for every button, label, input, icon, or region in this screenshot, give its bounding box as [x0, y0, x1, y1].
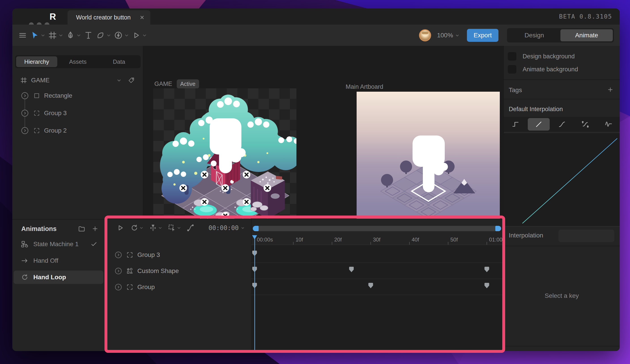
one-shot-icon [21, 257, 28, 265]
tag-icon[interactable] [128, 77, 135, 84]
text-tool-tool[interactable] [84, 31, 93, 40]
tab-data[interactable]: Data [98, 56, 140, 67]
folder-icon[interactable] [78, 225, 86, 233]
timeline-row-names: Group 3Custom ShapeGroup [106, 245, 251, 351]
checkbox[interactable] [508, 52, 516, 61]
remove-tile-badge[interactable] [201, 171, 208, 178]
chevron-down-icon [177, 226, 181, 230]
interp-option-ease[interactable] [551, 118, 573, 131]
timeline-lane-group-3[interactable] [251, 247, 503, 263]
interpolation-curve-button[interactable] [186, 224, 195, 232]
loop-button[interactable] [130, 224, 143, 232]
time-display: 00:00:00 [208, 224, 239, 232]
chevron-down-icon [140, 226, 143, 230]
time-display-dropdown[interactable]: 00:00:00 [208, 219, 244, 237]
autokey-button[interactable] [149, 224, 162, 232]
expand-chevron-icon[interactable] [114, 283, 122, 291]
chevron-down-icon[interactable] [117, 78, 121, 82]
interpolation-row-title: Interpolation [509, 232, 543, 239]
timeline-ruler[interactable]: 00:00s10f20f30f40f50f01:00 [251, 235, 503, 245]
tree-item-group-2[interactable]: Group 2 [12, 125, 143, 136]
tab-hierarchy[interactable]: Hierarchy [16, 56, 57, 67]
inspector-panel: Design backgroundAnimate background Tags… [503, 46, 620, 351]
cubic [581, 120, 589, 128]
file-tab[interactable]: World creator button [68, 10, 150, 24]
play-tool-tool[interactable] [132, 31, 146, 40]
main-artboard-scene[interactable] [356, 92, 500, 226]
timeline-lane-group[interactable] [251, 279, 503, 295]
tree-item-rectangle[interactable]: Rectangle [12, 90, 143, 101]
keyframe-marker[interactable] [484, 283, 489, 289]
animation-item-hand-off[interactable]: Hand Off [14, 254, 103, 267]
timeline-lane-custom-shape[interactable] [251, 263, 503, 279]
timeline-key-lanes[interactable] [251, 245, 503, 351]
timeline-row-group-3[interactable]: Group 3 [106, 247, 251, 263]
marquee-select-button[interactable] [168, 224, 181, 232]
menu-tool[interactable] [18, 31, 27, 40]
expand-chevron-icon[interactable] [21, 109, 29, 117]
text-tool-icon [84, 31, 93, 40]
empty-state-message: Select a key [504, 246, 620, 346]
tab-design[interactable]: Design [508, 29, 560, 41]
marquee-select-icon [168, 224, 176, 232]
timeline-row-custom-shape[interactable]: Custom Shape [106, 263, 251, 279]
add-tag-icon[interactable] [607, 86, 614, 93]
timeline-row-group[interactable]: Group [106, 279, 251, 295]
main-artboard-label[interactable]: Main Artboard [346, 83, 383, 90]
close-icon[interactable] [139, 14, 145, 20]
animation-item-hand-loop[interactable]: Hand Loop [14, 271, 103, 284]
group-icon [33, 127, 40, 134]
artboard-tool-tool[interactable] [48, 31, 63, 40]
interpolation-curve-editor[interactable] [504, 133, 620, 227]
remove-tile-badge[interactable] [201, 198, 208, 206]
checkbox[interactable] [508, 65, 516, 73]
game-artboard-label[interactable]: GAME [154, 80, 172, 87]
interp-option-linear[interactable] [528, 118, 550, 131]
remove-tile-badge[interactable] [243, 171, 250, 178]
interp-option-hold[interactable] [504, 118, 526, 131]
artboard-row-game[interactable]: GAME [12, 74, 143, 86]
add-animation-icon[interactable] [91, 225, 99, 233]
timeline-scrollbar[interactable] [253, 226, 501, 231]
remove-tile-badge[interactable] [264, 184, 271, 192]
expand-chevron-icon[interactable] [21, 92, 29, 100]
version-badge: BETA 0.8.3105 [559, 13, 612, 20]
expand-chevron-icon[interactable] [114, 251, 122, 259]
select-cursor-tool[interactable] [30, 31, 45, 40]
custom-shape-icon [126, 267, 133, 275]
lightning-tool-tool[interactable] [114, 31, 129, 40]
chevron-down-icon [142, 33, 146, 37]
ruler-tick [332, 242, 332, 245]
interpolation-row: Interpolation [504, 227, 620, 246]
interp-option-cubic[interactable] [574, 118, 596, 131]
expand-chevron-icon[interactable] [114, 267, 122, 275]
pen-tool-tool[interactable] [66, 31, 81, 40]
interp-option-elastic[interactable] [598, 118, 620, 131]
keyframe-marker[interactable] [484, 267, 489, 272]
keyframe-marker[interactable] [349, 267, 354, 272]
tab-assets[interactable]: Assets [57, 56, 98, 67]
bone-tool-tool[interactable] [96, 31, 111, 40]
animation-item-label: Hand Off [33, 257, 103, 264]
game-artboard-scene[interactable] [153, 88, 296, 219]
animation-item-state-machine-1[interactable]: State Machine 1 [14, 237, 103, 251]
animation-item-label: State Machine 1 [33, 241, 90, 248]
file-tab-title: World creator button [76, 14, 139, 21]
artboard-label: GAME [31, 77, 117, 84]
remove-tile-badge[interactable] [222, 184, 229, 192]
rectangle-icon [33, 92, 40, 99]
scrollbar-right-handle[interactable] [495, 226, 501, 231]
remove-tile-badge[interactable] [180, 184, 187, 192]
timeline-row-label: Group [137, 284, 155, 291]
scrollbar-left-handle[interactable] [253, 226, 258, 231]
timeline-row-label: Custom Shape [137, 267, 179, 275]
export-button[interactable]: Export [467, 29, 498, 42]
play-button[interactable] [116, 224, 124, 232]
expand-chevron-icon[interactable] [21, 127, 29, 135]
tree-item-group-3[interactable]: Group 3 [12, 107, 143, 119]
avatar[interactable] [419, 29, 431, 41]
keyframe-marker[interactable] [368, 283, 373, 289]
zoom-level-dropdown[interactable]: 100% [437, 32, 459, 39]
tab-animate[interactable]: Animate [560, 29, 613, 41]
remove-tile-badge[interactable] [243, 198, 250, 206]
